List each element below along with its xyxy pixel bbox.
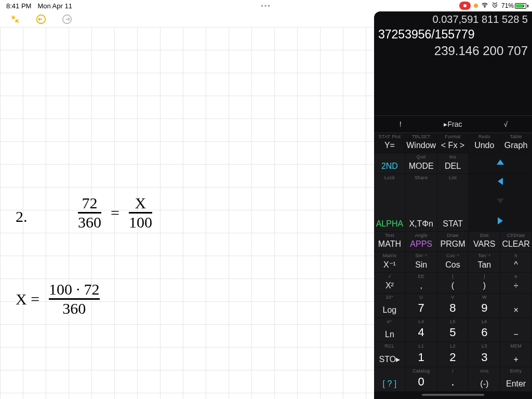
eq1-denominator-2: 100: [129, 215, 152, 230]
eq1-numerator-2: X: [135, 195, 147, 211]
display-line-3: 239.146 200 707: [378, 43, 528, 59]
calc-display[interactable]: 0.037,591 811 528 5 37253956/155779 239.…: [374, 11, 532, 115]
key-fx[interactable]: Format< Fx >: [437, 133, 469, 153]
wifi-icon: [481, 2, 488, 10]
key-stat[interactable]: ListSTAT: [437, 174, 469, 232]
svg-point-0: [484, 6, 485, 7]
eq2-denominator: 360: [62, 301, 86, 316]
key-mode[interactable]: QuitMODE: [406, 153, 437, 174]
key-x-inv[interactable]: MatrixX⁻¹: [374, 252, 406, 273]
arrow-down-icon: [497, 198, 504, 204]
shortcut-frac[interactable]: ▸Frac: [427, 116, 479, 132]
status-date: Mon Apr 11: [37, 2, 72, 10]
shortcut-sqrt[interactable]: √: [480, 116, 532, 132]
key-5[interactable]: L55: [437, 318, 469, 342]
key-graph[interactable]: TableGraph: [500, 133, 532, 153]
eq1-denominator-1: 360: [78, 215, 101, 230]
calculator-panel: 0.037,591 811 528 5 37253956/155779 239.…: [374, 11, 532, 399]
problem-number: 2.: [16, 208, 28, 225]
mic-use-dot-icon: [474, 4, 478, 8]
shortcut-factorial[interactable]: !: [374, 116, 427, 132]
key-del[interactable]: InsDEL: [437, 153, 469, 174]
key-pow[interactable]: π^: [500, 252, 532, 273]
key-minus[interactable]: −: [500, 318, 532, 342]
key-1[interactable]: L11: [406, 342, 437, 367]
key-undo[interactable]: RedoUndo: [469, 133, 500, 153]
key-0[interactable]: Catalog0: [406, 367, 437, 392]
key-rparen[interactable]: }): [469, 273, 500, 293]
key-log[interactable]: 10ˣLog: [374, 294, 406, 318]
note-canvas[interactable]: 2. 72 360 = X 100 X = 100 · 72 360: [0, 27, 374, 399]
arrow-right-icon: [498, 217, 503, 224]
equation-2: X = 100 · 72 360: [16, 282, 100, 316]
key-3[interactable]: L33: [469, 342, 500, 367]
equals-sign: =: [111, 204, 119, 222]
dpad-up[interactable]: [469, 153, 532, 174]
key-vars[interactable]: DistVARS: [469, 232, 500, 252]
equation-1: 72 360 = X 100: [78, 195, 152, 230]
home-indicator[interactable]: [422, 394, 484, 396]
key-xtn[interactable]: ShareX,TΦn: [406, 174, 437, 232]
calc-keypad: STAT PlotY= TBLSETWindow Format< Fx > Re…: [374, 132, 532, 392]
eq2-numerator: 100 · 72: [49, 282, 100, 297]
key-help[interactable]: [ ? ]: [374, 367, 406, 392]
redo-icon[interactable]: [61, 14, 73, 25]
key-9[interactable]: W9: [469, 294, 500, 318]
dpad-lr[interactable]: [469, 174, 532, 232]
alarm-icon: [491, 2, 498, 10]
key-plus[interactable]: MEM+: [500, 342, 532, 367]
multitask-dots-icon[interactable]: •••: [261, 2, 271, 10]
key-sin[interactable]: Sin⁻¹Sin: [406, 252, 437, 273]
key-lparen[interactable]: {(: [437, 273, 469, 293]
screen-record-indicator[interactable]: [459, 2, 471, 10]
key-math[interactable]: TestMATH: [374, 232, 406, 252]
key-dot[interactable]: i.: [437, 367, 469, 392]
key-sto[interactable]: RCLSTO▸: [374, 342, 406, 367]
key-tan[interactable]: Tan⁻¹Tan: [469, 252, 500, 273]
key-7[interactable]: U7: [406, 294, 437, 318]
arrow-left-icon: [498, 178, 503, 185]
status-time: 8:41 PM: [6, 2, 31, 10]
key-neg[interactable]: Ans(-): [469, 367, 500, 392]
eq2-lhs: X =: [16, 290, 39, 308]
display-line-2: 37253956/155779: [378, 26, 528, 43]
calc-shortcuts: ! ▸Frac √: [374, 115, 532, 132]
key-cos[interactable]: Cos⁻¹Cos: [437, 252, 469, 273]
undo-icon[interactable]: [35, 14, 47, 25]
status-bar: 8:41 PM Mon Apr 11 ••• 71%: [0, 0, 532, 11]
key-ln[interactable]: eˣLn: [374, 318, 406, 342]
collapse-icon[interactable]: [9, 14, 21, 25]
key-alpha[interactable]: LockALPHA: [374, 174, 406, 232]
battery-indicator: 71%: [501, 2, 526, 9]
key-6[interactable]: L66: [469, 318, 500, 342]
display-line-1: 0.037,591 811 528 5: [378, 12, 528, 26]
key-enter[interactable]: EntryEnter: [500, 367, 532, 392]
key-apps[interactable]: AngleAPPS: [406, 232, 437, 252]
key-divide[interactable]: e÷: [500, 273, 532, 293]
battery-pct: 71%: [501, 2, 514, 9]
key-multiply[interactable]: ×: [500, 294, 532, 318]
arrow-up-icon: [497, 159, 504, 165]
key-8[interactable]: V8: [437, 294, 469, 318]
key-4[interactable]: L44: [406, 318, 437, 342]
key-clear[interactable]: ClrDrawCLEAR: [500, 232, 532, 252]
key-2[interactable]: L22: [437, 342, 469, 367]
eq1-numerator-1: 72: [82, 195, 98, 211]
key-y-equals[interactable]: STAT PlotY=: [374, 133, 406, 153]
key-window[interactable]: TBLSETWindow: [406, 133, 437, 153]
key-2nd[interactable]: 2ND: [374, 153, 406, 174]
key-comma[interactable]: EE,: [406, 273, 437, 293]
key-prgm[interactable]: DrawPRGM: [437, 232, 469, 252]
key-x2[interactable]: √X²: [374, 273, 406, 293]
